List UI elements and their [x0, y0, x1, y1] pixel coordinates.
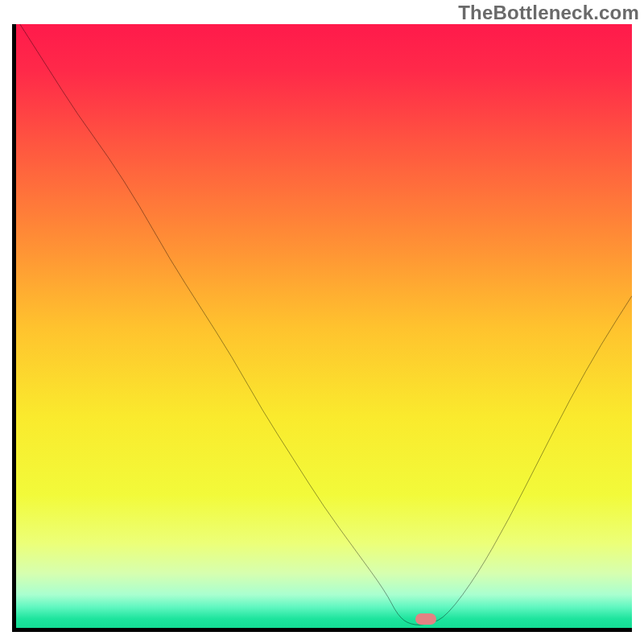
bottleneck-curve [16, 24, 632, 628]
chart-container: TheBottleneck.com [0, 0, 644, 644]
plot-area [12, 24, 632, 632]
watermark-text: TheBottleneck.com [458, 2, 639, 24]
optimal-point-marker [415, 613, 436, 625]
